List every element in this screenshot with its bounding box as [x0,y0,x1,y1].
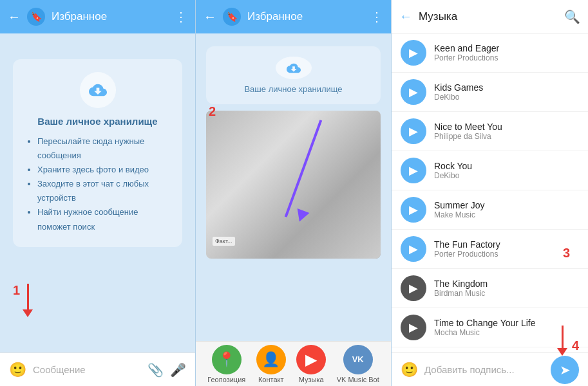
geo-action[interactable]: 📍 Геопозиция [207,345,245,383]
left-content: Ваше личное хранилище Пересылайте сюда н… [0,33,195,353]
geo-circle: 📍 [212,345,242,374]
mid-header: ← 🔖 Избранное ⋮ [196,0,391,33]
music-avatar: ▶ [401,79,426,105]
music-info: Rock You DeKibo [434,161,579,180]
message-input[interactable]: Сообщение [33,364,141,375]
music-item[interactable]: ▶ Keen and Eager Porter Productions [392,33,588,73]
music-title: Summer Joy [434,200,579,210]
mid-storage-title: Ваше личное хранилище [244,84,342,94]
music-artist: Porter Productions [434,53,579,62]
mid-content: Ваше личное хранилище Факт... 2 📍 [196,33,391,386]
music-item[interactable]: ▶ Summer Joy Make Music [392,190,588,230]
mid-header-title: Избранное [247,10,364,23]
music-info: Summer Joy Make Music [434,200,579,219]
music-info: Nice to Meet You Philippe da Silva [434,122,579,141]
music-avatar: ▶ [401,158,426,183]
music-artist: Porter Productions [434,250,579,259]
step-4-label: 4 [572,338,579,353]
right-emoji-button[interactable]: 🙂 [401,362,418,378]
photo-area: Факт... [206,111,381,259]
music-artist: Birdman Music [434,289,579,298]
music-title: Keen and Eager [434,43,579,53]
music-info: Kids Games DeKibo [434,82,579,102]
music-item[interactable]: ▶ The Kingdom Birdman Music [392,269,588,308]
storage-list: Пересылайте сюда нужные сообщения Хранит… [26,134,169,234]
music-title: Nice to Meet You [434,122,579,132]
mid-scroll-area: Ваше личное хранилище Факт... 2 [196,33,391,341]
storage-item-4: Найти нужное сообщение поможет поиск [37,205,169,234]
music-artist: DeKibo [434,171,579,180]
geo-label: Геопозиция [207,376,245,383]
mid-panel: ← 🔖 Избранное ⋮ Ваше личное хранилище Фа… [196,0,392,386]
music-avatar: ▶ [401,275,426,301]
music-avatar: ▶ [401,236,426,262]
music-title: Rock You [434,161,579,171]
right-header: ← Музыка 🔍 [392,0,588,33]
left-header: ← 🔖 Избранное ⋮ [0,0,195,33]
left-header-title: Избранное [52,10,168,23]
mic-button[interactable]: 🎤 [170,362,186,378]
music-info: The Fun Factory Porter Productions [434,239,579,259]
mid-bookmark-icon: 🔖 [223,8,241,26]
contact-label: Контакт [258,376,284,383]
music-label: Музыка [299,376,324,383]
music-items-container: ▶ Keen and Eager Porter Productions ▶ Ki… [392,33,588,353]
emoji-button[interactable]: 🙂 [9,362,26,378]
music-title: The Kingdom [434,279,579,289]
right-bottom-bar: 🙂 Добавить подпись... 4 ➤ [392,353,588,386]
mid-cloud-icon [276,57,312,79]
music-circle: ▶ [296,345,326,374]
arrow-4 [557,326,567,356]
left-bookmark-icon: 🔖 [27,8,45,26]
caption-input[interactable]: Добавить подпись... [424,364,544,375]
mid-storage-box: Ваше личное хранилище [206,46,381,104]
left-bottom-bar: 🙂 Сообщение 📎 🎤 [0,353,195,386]
left-back-button[interactable]: ← [8,10,21,24]
music-avatar: ▶ [401,315,426,340]
music-item[interactable]: ▶ The Fun Factory Porter Productions [392,230,588,269]
storage-title: Ваше личное хранилище [37,116,157,127]
music-avatar: ▶ [401,118,426,144]
left-panel: ← 🔖 Избранное ⋮ Ваше личное хранилище Пе… [0,0,196,386]
storage-info-box: Ваше личное хранилище Пересылайте сюда н… [13,59,182,247]
arrow-1 [23,284,33,317]
music-title: Kids Games [434,82,579,93]
music-item[interactable]: ▶ Nice to Meet You Philippe da Silva [392,112,588,151]
right-header-title: Музыка [419,10,558,23]
music-artist: Philippe da Silva [434,132,579,141]
contact-circle: 👤 [256,345,286,374]
mid-more-button[interactable]: ⋮ [370,9,383,24]
storage-item-1: Пересылайте сюда нужные сообщения [37,134,169,163]
music-avatar: ▶ [401,40,426,66]
music-info: Keen and Eager Porter Productions [434,43,579,62]
action-bar: 📍 Геопозиция 👤 Контакт ▶ Музыка VK VK Mu… [196,341,391,386]
step-2-label: 2 [209,104,216,119]
mid-back-button[interactable]: ← [204,10,216,24]
attach-button[interactable]: 📎 [147,362,164,378]
storage-item-2: Храните здесь фото и видео [37,163,169,177]
vk-action[interactable]: VK VK Music Bot [337,345,379,383]
contact-action[interactable]: 👤 Контакт [256,345,286,383]
storage-item-3: Заходите в этот чат с любых устройств [37,177,169,205]
step-1-label: 1 [13,283,20,298]
vk-label: VK Music Bot [337,376,379,383]
music-avatar: ▶ [401,197,426,223]
cloud-icon [80,72,116,108]
vk-circle: VK [343,345,373,374]
step-3-label: 3 [563,246,570,261]
left-more-button[interactable]: ⋮ [175,9,187,24]
music-action[interactable]: ▶ Музыка [296,345,326,383]
photo-placeholder: Факт... [206,111,381,259]
music-artist: DeKibo [434,93,579,102]
music-info: The Kingdom Birdman Music [434,279,579,298]
music-item[interactable]: ▶ Kids Games DeKibo [392,73,588,112]
music-artist: Make Music [434,210,579,219]
send-button[interactable]: ➤ [551,356,579,384]
right-back-button[interactable]: ← [399,9,412,24]
search-button[interactable]: 🔍 [564,9,580,24]
music-list: ▶ Keen and Eager Porter Productions ▶ Ki… [392,33,588,353]
music-title: The Fun Factory [434,239,579,250]
right-panel: ← Музыка 🔍 ▶ Keen and Eager Porter Produ… [392,0,588,386]
music-item[interactable]: ▶ Rock You DeKibo [392,151,588,190]
